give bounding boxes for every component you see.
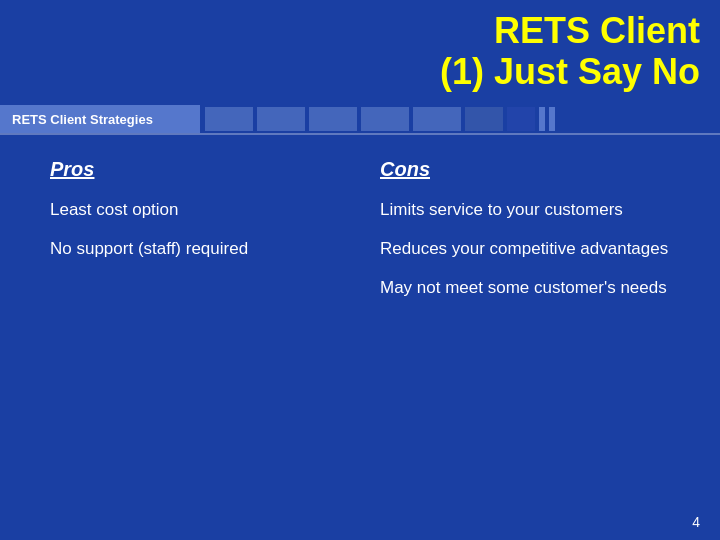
block-3	[309, 107, 357, 131]
page-number: 4	[692, 514, 700, 530]
pros-heading: Pros	[50, 158, 350, 181]
block-4	[361, 107, 409, 131]
block-5	[413, 107, 461, 131]
title-line2: (1) Just Say No	[440, 51, 700, 92]
block-7	[507, 107, 535, 131]
block-6	[465, 107, 503, 131]
cons-heading: Cons	[380, 158, 680, 181]
cons-item-1: Limits service to your customers	[380, 199, 680, 222]
header-bar: RETS Client Strategies	[0, 105, 720, 133]
cons-item-3: May not meet some customer's needs	[380, 277, 680, 300]
pros-item-1: Least cost option	[50, 199, 350, 222]
block-1	[205, 107, 253, 131]
title-area: RETS Client (1) Just Say No	[440, 10, 700, 93]
cons-item-2: Reduces your competitive advantages	[380, 238, 680, 261]
slide: RETS Client (1) Just Say No RETS Client …	[0, 0, 720, 540]
header-blocks	[200, 105, 720, 133]
pros-item-2: No support (staff) required	[50, 238, 350, 261]
header-label: RETS Client Strategies	[0, 105, 200, 133]
content-area: Pros Least cost option No support (staff…	[40, 148, 700, 500]
title-line1: RETS Client	[440, 10, 700, 51]
block-stripe	[539, 107, 557, 131]
block-2	[257, 107, 305, 131]
cons-column: Cons Limits service to your customers Re…	[370, 148, 700, 500]
divider	[0, 133, 720, 135]
pros-column: Pros Least cost option No support (staff…	[40, 148, 370, 500]
